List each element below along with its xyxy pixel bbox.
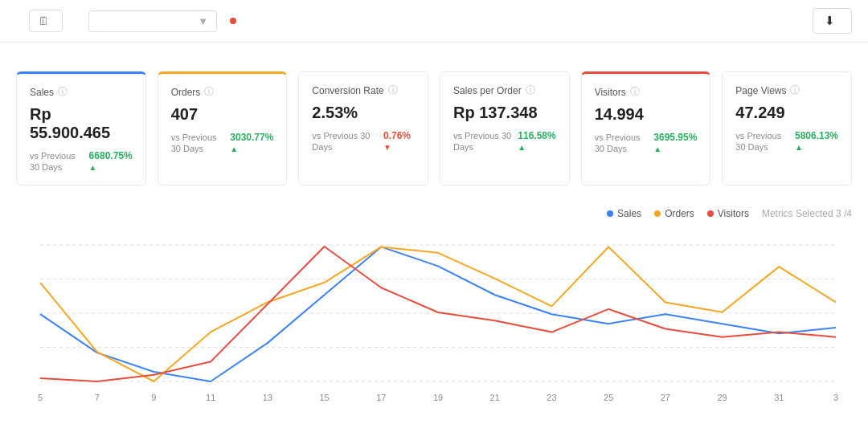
download-icon: ⬇ <box>825 14 835 28</box>
top-bar: 🗓 ▼ ⬇ <box>0 0 868 43</box>
metric-compare-label-0: vs Previous 30 Days <box>30 150 84 173</box>
metric-compare-2: vs Previous 30 Days 0.76% <box>312 130 415 153</box>
metric-card-header-1: Orders ⓘ <box>171 85 274 99</box>
legend-dot-orders <box>654 210 661 217</box>
svg-text:7: 7 <box>95 393 100 402</box>
status-dot <box>230 18 236 24</box>
order-type-dropdown[interactable]: ▼ <box>88 10 217 32</box>
metric-pct-4: 3695.95% <box>653 132 697 154</box>
metric-value-5: 47.249 <box>735 104 838 122</box>
svg-text:19: 19 <box>433 393 443 402</box>
chart-legend: Sales Orders Visitors Metrics Selected 3… <box>607 208 852 219</box>
metrics-grid: Sales ⓘ Rp 55.900.465 vs Previous 30 Day… <box>16 71 852 186</box>
metric-label-0: Sales <box>30 87 54 98</box>
metric-compare-1: vs Previous 30 Days 3030.77% <box>171 132 274 155</box>
legend-label-visitors: Visitors <box>718 208 749 219</box>
chart-header: Sales Orders Visitors Metrics Selected 3… <box>16 208 852 219</box>
export-button[interactable]: ⬇ <box>813 8 852 34</box>
svg-text:25: 25 <box>604 393 613 402</box>
metric-card-4: Visitors ⓘ 14.994 vs Previous 30 Days 36… <box>581 71 711 186</box>
metric-pct-5: 5806.13% <box>795 130 838 153</box>
svg-text:27: 27 <box>661 393 670 402</box>
metric-value-2: 2.53% <box>312 104 415 122</box>
date-picker-button[interactable]: 🗓 <box>29 10 63 32</box>
legend-dot-sales <box>607 210 613 217</box>
info-icon-1[interactable]: ⓘ <box>204 85 214 99</box>
metric-compare-label-4: vs Previous 30 Days <box>595 132 649 155</box>
legend-item-orders: Orders <box>654 208 694 219</box>
svg-text:3: 3 <box>833 393 838 402</box>
svg-text:15: 15 <box>319 393 329 402</box>
metric-compare-label-5: vs Previous 30 Days <box>735 130 790 153</box>
metric-card-5: Page Views ⓘ 47.249 vs Previous 30 Days … <box>722 71 852 186</box>
metric-card-header-0: Sales ⓘ <box>30 85 133 99</box>
legend-item-visitors: Visitors <box>707 208 749 219</box>
calendar-icon: 🗓 <box>38 14 49 27</box>
metric-card-header-5: Page Views ⓘ <box>735 84 838 97</box>
metric-label-2: Conversion Rate <box>312 85 383 96</box>
metric-label-1: Orders <box>171 87 201 98</box>
svg-text:11: 11 <box>206 393 215 402</box>
metric-value-1: 407 <box>171 105 274 124</box>
metric-pct-1: 3030.77% <box>230 132 273 154</box>
metric-pct-3: 116.58% <box>518 130 555 153</box>
svg-text:17: 17 <box>376 393 386 402</box>
metric-compare-5: vs Previous 30 Days 5806.13% <box>735 130 838 153</box>
metric-card-2: Conversion Rate ⓘ 2.53% vs Previous 30 D… <box>298 71 428 186</box>
metric-card-header-2: Conversion Rate ⓘ <box>312 84 415 97</box>
info-icon-0[interactable]: ⓘ <box>58 85 68 99</box>
svg-text:29: 29 <box>717 393 727 402</box>
metric-value-0: Rp 55.900.465 <box>30 105 133 142</box>
metric-compare-0: vs Previous 30 Days 6680.75% <box>30 150 133 173</box>
chart-container: 57911131517192123252729313 <box>16 229 852 406</box>
key-metrics-section: Sales ⓘ Rp 55.900.465 vs Previous 30 Day… <box>16 71 852 186</box>
metric-card-0: Sales ⓘ Rp 55.900.465 vs Previous 30 Day… <box>16 71 146 186</box>
chevron-down-icon: ▼ <box>198 15 208 27</box>
metric-card-header-4: Visitors ⓘ <box>595 85 698 99</box>
info-icon-4[interactable]: ⓘ <box>630 85 640 99</box>
trend-chart-svg: 57911131517192123252729313 <box>16 229 852 406</box>
info-icon-5[interactable]: ⓘ <box>790 84 800 97</box>
metric-label-3: Sales per Order <box>453 85 522 96</box>
legend-item-sales: Sales <box>607 208 641 219</box>
info-icon-2[interactable]: ⓘ <box>388 84 398 97</box>
info-icon-3[interactable]: ⓘ <box>526 84 535 97</box>
legend-label-sales: Sales <box>617 208 641 219</box>
svg-text:21: 21 <box>490 393 500 402</box>
metric-pct-2: 0.76% <box>383 130 415 153</box>
metric-compare-3: vs Previous 30 Days 116.58% <box>453 130 556 153</box>
main-content: Sales ⓘ Rp 55.900.465 vs Previous 30 Day… <box>0 43 868 422</box>
trend-chart-section: Sales Orders Visitors Metrics Selected 3… <box>16 208 852 406</box>
metric-compare-label-2: vs Previous 30 Days <box>312 130 379 153</box>
svg-text:23: 23 <box>547 393 556 402</box>
metric-label-5: Page Views <box>735 85 786 96</box>
svg-text:5: 5 <box>38 393 43 402</box>
legend-label-orders: Orders <box>665 208 694 219</box>
metrics-selected: Metrics Selected 3 /4 <box>762 208 852 219</box>
metric-compare-label-3: vs Previous 30 Days <box>453 130 513 153</box>
metric-card-header-3: Sales per Order ⓘ <box>453 84 556 97</box>
metric-compare-label-1: vs Previous 30 Days <box>171 132 226 155</box>
legend-dot-visitors <box>707 210 714 217</box>
metric-compare-4: vs Previous 30 Days 3695.95% <box>595 132 698 155</box>
metric-label-4: Visitors <box>595 87 626 98</box>
svg-text:9: 9 <box>151 393 156 402</box>
metric-value-3: Rp 137.348 <box>453 104 556 122</box>
svg-text:31: 31 <box>774 393 784 402</box>
metric-card-3: Sales per Order ⓘ Rp 137.348 vs Previous… <box>440 71 570 186</box>
metric-value-4: 14.994 <box>595 105 698 124</box>
metric-card-1: Orders ⓘ 407 vs Previous 30 Days 3030.77… <box>158 71 288 186</box>
svg-text:13: 13 <box>263 393 272 402</box>
metric-pct-0: 6680.75% <box>89 150 133 173</box>
